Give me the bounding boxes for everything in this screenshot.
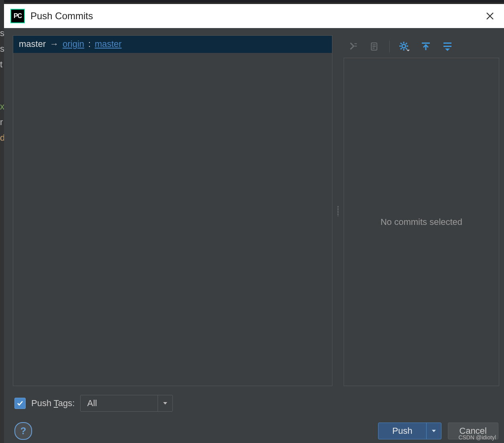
preview-column: No commits selected [344,35,499,386]
local-branch-label: master [19,39,46,49]
label-prefix: Push [31,398,54,408]
diff-settings-button[interactable] [397,39,411,54]
backdrop-left: s s t x r d [0,0,4,443]
push-button-label: Push [379,426,426,436]
remote-name-link[interactable]: origin [63,39,84,49]
label-mnemonic: T [54,398,58,408]
preview-placeholder: No commits selected [381,217,462,227]
titlebar: PC Push Commits [4,4,504,28]
separator-label: : [88,39,91,49]
collapse-top-button[interactable] [419,39,433,54]
splitter-handle[interactable] [336,35,340,386]
preview-toolbar [344,35,499,58]
backdrop-top [0,0,504,2]
collapse-bottom-icon [442,41,453,52]
help-button[interactable]: ? [14,422,32,440]
push-split-button[interactable]: Push [378,423,441,439]
grip-icon [337,206,339,216]
prev-diff-button [346,39,360,54]
commits-tree[interactable]: master → origin : master [13,35,332,386]
push-tags-selected: All [81,398,158,409]
push-dropdown-arrow[interactable] [426,423,441,439]
toolbar-separator [389,40,390,53]
buttons-row: ? Push Cancel [13,415,499,440]
next-diff-icon [370,41,380,52]
close-button[interactable] [482,10,498,22]
chevron-down-icon [431,429,436,433]
svg-rect-4 [443,46,451,47]
svg-rect-2 [422,42,430,44]
remote-branch-link[interactable]: master [95,39,121,49]
diff-preview-panel: No commits selected [344,58,499,386]
chevron-down-icon [162,401,168,406]
close-icon [486,12,494,20]
dialog-body: master → origin : master [4,28,504,443]
svg-rect-3 [443,42,451,44]
prev-diff-icon [348,41,358,52]
collapse-top-icon [421,41,431,52]
commits-column: master → origin : master [13,35,332,386]
push-tags-label: Push Tags: [31,398,75,409]
dialog-title: Push Commits [30,10,93,22]
push-tags-row: Push Tags: All [13,386,499,415]
branch-mapping-row[interactable]: master → origin : master [13,36,332,53]
pycharm-logo-icon: PC [10,9,25,23]
arrow-icon: → [50,39,59,49]
label-suffix: ags: [58,398,75,408]
gear-icon [399,41,410,52]
cancel-button[interactable]: Cancel [448,423,498,439]
check-icon [16,400,24,407]
select-arrow-button[interactable] [158,395,172,411]
columns: master → origin : master [13,35,499,386]
next-diff-button [368,39,382,54]
push-tags-checkbox[interactable] [14,398,26,409]
collapse-bottom-button[interactable] [440,39,455,54]
push-commits-dialog: PC Push Commits master → origin : master [4,4,504,443]
push-tags-select[interactable]: All [80,395,173,412]
svg-point-1 [402,45,406,48]
